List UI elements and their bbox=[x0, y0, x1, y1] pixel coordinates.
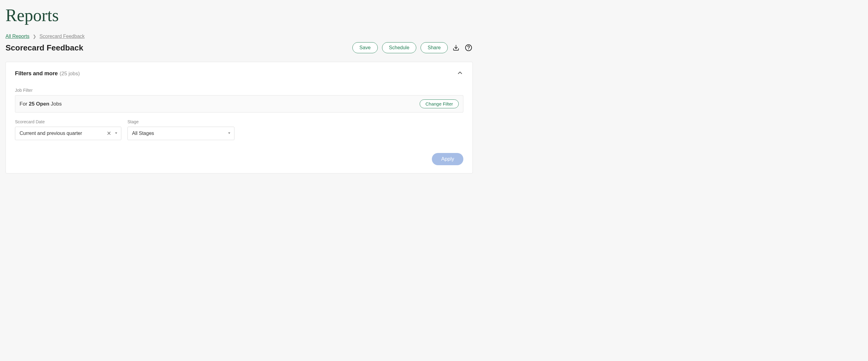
filters-panel-title: Filters and more bbox=[15, 71, 58, 77]
help-icon[interactable] bbox=[464, 44, 473, 52]
stage-value: All Stages bbox=[132, 131, 154, 136]
caret-down-icon[interactable] bbox=[114, 131, 118, 136]
job-filter-row: For 25 Open Jobs Change Filter bbox=[15, 95, 463, 113]
stage-group: Stage All Stages bbox=[127, 119, 235, 140]
filters-panel: Filters and more (25 jobs) Job Filter Fo… bbox=[5, 62, 473, 173]
filters-job-count: (25 jobs) bbox=[60, 71, 80, 77]
chevron-up-icon[interactable] bbox=[457, 70, 463, 77]
breadcrumb-current: Scorecard Feedback bbox=[39, 34, 85, 39]
chevron-right-icon: ❯ bbox=[33, 34, 36, 39]
breadcrumb-root-link[interactable]: All Reports bbox=[5, 34, 29, 39]
change-filter-button[interactable]: Change Filter bbox=[420, 100, 459, 108]
save-button[interactable]: Save bbox=[352, 42, 377, 53]
job-filter-label: Job Filter bbox=[15, 88, 463, 93]
job-filter-text: For 25 Open Jobs bbox=[20, 101, 62, 107]
filters-panel-header[interactable]: Filters and more (25 jobs) bbox=[15, 70, 463, 77]
header-row: Scorecard Feedback Save Schedule Share bbox=[5, 42, 473, 53]
stage-label: Stage bbox=[127, 119, 235, 124]
scorecard-date-group: Scorecard Date Current and previous quar… bbox=[15, 119, 121, 140]
caret-down-icon[interactable] bbox=[227, 131, 231, 136]
page-title: Reports bbox=[5, 5, 473, 25]
filters-panel-footer: Apply bbox=[15, 153, 463, 165]
report-subtitle: Scorecard Feedback bbox=[5, 43, 83, 53]
header-actions: Save Schedule Share bbox=[352, 42, 473, 53]
download-icon[interactable] bbox=[452, 44, 460, 52]
schedule-button[interactable]: Schedule bbox=[382, 42, 416, 53]
breadcrumb: All Reports ❯ Scorecard Feedback bbox=[5, 34, 473, 39]
svg-marker-3 bbox=[115, 133, 117, 134]
share-button[interactable]: Share bbox=[421, 42, 448, 53]
svg-marker-4 bbox=[228, 133, 230, 134]
job-filter-suffix: Jobs bbox=[49, 101, 62, 107]
scorecard-date-value: Current and previous quarter bbox=[20, 131, 82, 136]
apply-button[interactable]: Apply bbox=[432, 153, 463, 165]
job-filter-prefix: For bbox=[20, 101, 29, 107]
scorecard-date-label: Scorecard Date bbox=[15, 119, 121, 124]
scorecard-date-select[interactable]: Current and previous quarter ✕ bbox=[15, 127, 121, 140]
stage-select[interactable]: All Stages bbox=[127, 127, 235, 140]
job-filter-bold: 25 Open bbox=[29, 101, 49, 107]
clear-icon[interactable]: ✕ bbox=[107, 131, 111, 136]
filter-controls: Scorecard Date Current and previous quar… bbox=[15, 119, 463, 140]
